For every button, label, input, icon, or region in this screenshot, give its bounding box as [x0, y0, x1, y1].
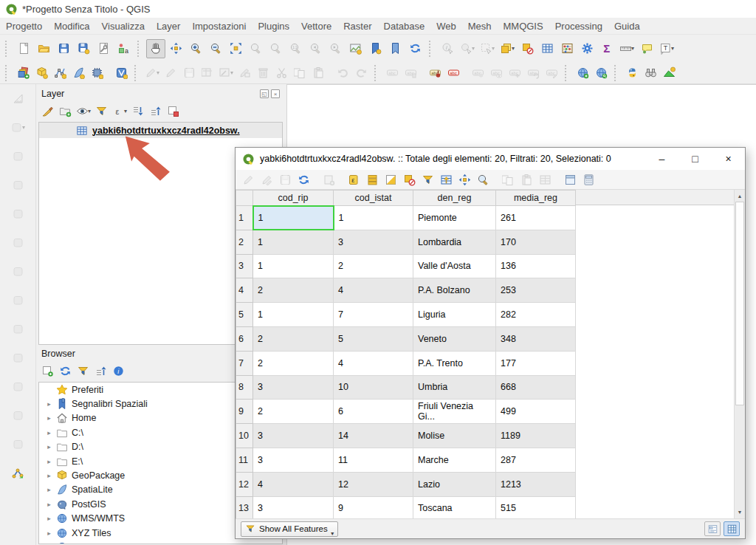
metasearch-button[interactable] — [574, 64, 591, 82]
add-feature-button[interactable] — [320, 171, 337, 188]
select-all-button[interactable] — [364, 171, 381, 188]
cell-cod_istat[interactable]: 11 — [334, 448, 413, 472]
digitize-tool-button[interactable] — [7, 175, 28, 194]
open-project-button[interactable] — [34, 39, 53, 58]
expand-arrow-icon[interactable]: ▸ — [46, 544, 52, 544]
show-all-features-button[interactable]: Show All Features ▼ — [241, 521, 338, 537]
properties-info-button[interactable]: i — [111, 363, 126, 379]
expand-arrow-icon[interactable]: ▸ — [46, 443, 52, 450]
menu-plugins[interactable]: Plugins — [252, 19, 295, 33]
highlight-labels-button[interactable]: abc — [444, 64, 462, 82]
pan-to-selection-button[interactable] — [456, 171, 473, 188]
panel-float-icon[interactable]: ◱ — [260, 89, 269, 98]
move-label-button[interactable]: abc — [506, 64, 523, 82]
layer-item[interactable]: yabki6hotdtrtuxkxcz4radl42obsw. — [39, 123, 282, 138]
cell-cod_rip[interactable]: 2 — [253, 326, 334, 351]
cell-cod_istat[interactable]: 4 — [334, 278, 413, 303]
cell-den_reg[interactable]: Liguria — [413, 303, 496, 327]
expand-arrow-icon[interactable]: ▸ — [46, 429, 52, 436]
cell-media_reg[interactable]: 287 — [496, 448, 576, 472]
cell-cod_istat[interactable]: 12 — [334, 472, 413, 496]
cell-cod_istat[interactable]: 5 — [334, 326, 413, 351]
expand-arrow-icon[interactable]: ▸ — [46, 414, 52, 422]
save-edits-button[interactable] — [277, 171, 294, 188]
row-number[interactable]: 11 — [236, 448, 253, 472]
cut-features-button[interactable] — [272, 64, 290, 82]
project-properties-button[interactable] — [94, 39, 113, 58]
cell-cod_rip[interactable]: 3 — [253, 375, 334, 400]
temporal-controller-button[interactable] — [7, 146, 28, 165]
diagram-options-button[interactable]: abc — [402, 64, 419, 82]
delete-selected-button[interactable] — [254, 64, 272, 82]
collapse-all-button[interactable] — [148, 103, 163, 119]
menu-guida[interactable]: Guida — [608, 19, 646, 33]
cell-cod_istat[interactable]: 9 — [334, 496, 413, 518]
table-view-button[interactable] — [724, 521, 740, 536]
zoom-last-button[interactable] — [306, 39, 325, 58]
undo-button[interactable] — [334, 64, 351, 82]
refresh-button[interactable] — [58, 363, 73, 379]
row-number[interactable]: 5 — [236, 303, 253, 327]
new-temporary-layer-button[interactable] — [88, 64, 106, 82]
expand-arrow-icon[interactable]: ▸ — [46, 529, 52, 537]
expand-arrow-icon[interactable]: ▸ — [46, 486, 52, 493]
menu-raster[interactable]: Raster — [337, 19, 377, 33]
georeferencer-button[interactable] — [7, 463, 28, 482]
cell-media_reg[interactable]: 499 — [496, 400, 576, 424]
cell-den_reg[interactable]: Umbria — [413, 375, 496, 400]
cell-cod_istat[interactable]: 1 — [334, 206, 413, 230]
cell-media_reg[interactable]: 1189 — [496, 424, 576, 448]
expand-all-button[interactable] — [130, 103, 145, 119]
menu-layer[interactable]: Layer — [151, 19, 187, 33]
vertex-tool-button[interactable] — [7, 405, 28, 425]
cell-cod_rip[interactable]: 1 — [253, 206, 334, 230]
zoom-full-button[interactable] — [226, 39, 245, 58]
new-spatialite-button[interactable] — [69, 64, 87, 82]
toggle-editing-button[interactable] — [240, 171, 257, 188]
measure-button[interactable]: ▾ — [617, 39, 636, 58]
row-number[interactable]: 8 — [236, 375, 253, 400]
new-map-view-button[interactable] — [346, 39, 365, 58]
refresh-button[interactable] — [405, 39, 425, 58]
cell-cod_rip[interactable]: 3 — [253, 448, 334, 472]
select-by-expression-button[interactable]: ▾ — [498, 39, 517, 58]
scrollbar-thumb[interactable] — [735, 202, 744, 405]
menu-processing[interactable]: Processing — [549, 19, 608, 33]
cell-media_reg[interactable]: 177 — [496, 351, 576, 375]
cell-den_reg[interactable]: P.A. Bolzano — [413, 278, 496, 303]
zoom-next-button[interactable] — [326, 39, 345, 58]
cell-cod_rip[interactable]: 2 — [253, 278, 334, 303]
cell-cod_rip[interactable]: 2 — [253, 351, 334, 375]
menu-vettore[interactable]: Vettore — [295, 19, 337, 33]
vertical-scrollbar[interactable]: ▲ ▼ — [734, 190, 745, 518]
cell-cod_istat[interactable]: 2 — [334, 254, 413, 278]
cell-cod_rip[interactable]: 2 — [253, 400, 334, 424]
cell-cod_istat[interactable]: 4 — [334, 351, 413, 375]
style-manager-button[interactable]: a — [114, 39, 133, 58]
cell-media_reg[interactable]: 1213 — [496, 472, 576, 496]
reload-button[interactable] — [295, 171, 312, 188]
paste-features-button[interactable] — [309, 64, 327, 82]
cell-den_reg[interactable]: Lazio — [413, 472, 496, 496]
layout-ruler-button[interactable] — [7, 89, 28, 108]
python-console-button[interactable] — [623, 64, 641, 82]
show-hide-labels-button[interactable]: abc — [487, 64, 505, 82]
toggle-editing-button[interactable] — [162, 64, 179, 82]
sum-features-button[interactable]: Σ — [597, 39, 616, 58]
delete-part-tool-button[interactable] — [7, 290, 28, 309]
field-tools-button[interactable]: ▾ — [217, 64, 235, 82]
cell-cod_rip[interactable]: 1 — [253, 230, 334, 254]
show-spatial-bookmarks-button[interactable] — [385, 39, 405, 58]
cell-den_reg[interactable]: Marche — [413, 448, 496, 472]
row-number[interactable]: 4 — [236, 278, 253, 303]
current-edits-button[interactable]: ▾ — [143, 64, 161, 82]
cell-cod_rip[interactable]: 1 — [253, 303, 334, 327]
row-number[interactable]: 9 — [236, 400, 253, 424]
expand-arrow-icon[interactable]: ▸ — [46, 501, 52, 508]
cell-den_reg[interactable]: Friuli Venezia Gi... — [413, 400, 496, 424]
save-project-button[interactable] — [54, 39, 73, 58]
menu-database[interactable]: Database — [378, 19, 431, 33]
zoom-to-selection-button[interactable] — [246, 39, 265, 58]
menu-progetto[interactable]: Progetto — [0, 19, 48, 33]
osm-place-search-button[interactable] — [642, 64, 659, 82]
